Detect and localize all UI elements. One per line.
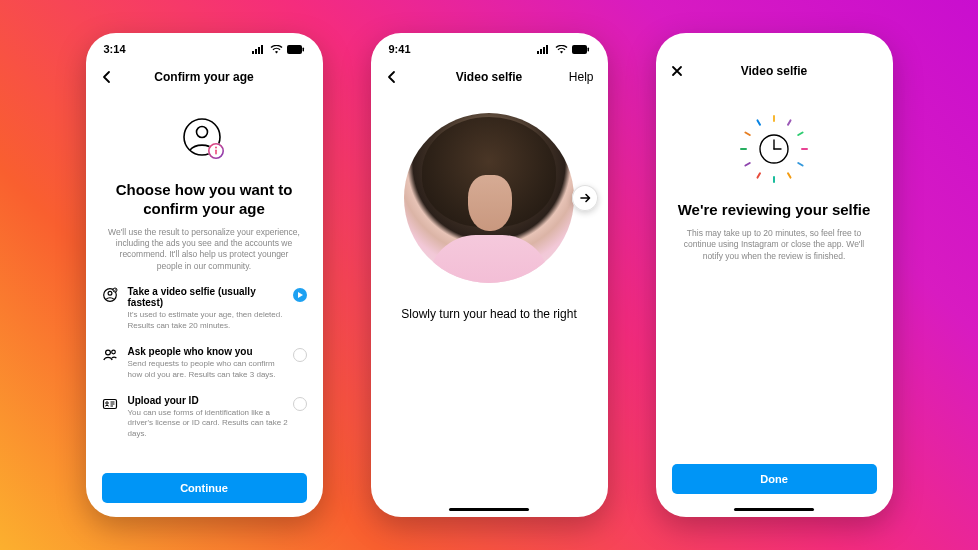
svg-rect-24 (543, 47, 545, 54)
option-desc: Send requests to people who can confirm … (128, 359, 289, 381)
status-bar: 3:14 (86, 33, 323, 59)
option-ask-people[interactable]: Ask people who know you Send requests to… (102, 346, 307, 381)
home-indicator[interactable] (734, 508, 814, 512)
page-heading: We're reviewing your selfie (672, 201, 877, 220)
svg-rect-27 (587, 47, 589, 51)
status-icons (252, 45, 305, 54)
svg-point-13 (108, 292, 112, 296)
signal-icon (537, 45, 551, 54)
close-icon (670, 64, 684, 78)
option-title: Upload your ID (128, 395, 289, 406)
radio-selected[interactable] (293, 288, 307, 302)
nav-title: Confirm your age (154, 70, 253, 84)
nav-bar: Video selfie (656, 53, 893, 89)
selfie-preview (387, 105, 592, 303)
status-icons (537, 45, 590, 54)
phone-confirm-age: 3:14 Confirm your age Choose how you (86, 33, 323, 517)
battery-icon (572, 45, 590, 54)
help-link[interactable]: Help (569, 70, 594, 84)
svg-rect-5 (302, 47, 304, 51)
content-area: We're reviewing your selfie This may tak… (656, 89, 893, 508)
svg-rect-25 (546, 45, 548, 54)
id-card-icon (102, 396, 118, 416)
continue-button[interactable]: Continue (102, 473, 307, 503)
content-area: Choose how you want to confirm your age … (86, 95, 323, 517)
svg-rect-0 (252, 51, 254, 54)
phone-reviewing-selfie: Video selfie We're reviewing your selfie… (656, 33, 893, 517)
page-subtext: This may take up to 20 minutes, so feel … (672, 228, 877, 262)
nav-title: Video selfie (456, 70, 522, 84)
wifi-icon (270, 45, 283, 54)
people-icon (102, 347, 118, 367)
svg-point-7 (197, 127, 208, 138)
signal-icon (252, 45, 266, 54)
svg-rect-23 (540, 49, 542, 54)
clock-loading-icon (738, 113, 810, 185)
option-video-selfie[interactable]: Take a video selfie (usually fastest) It… (102, 286, 307, 332)
turn-right-indicator (572, 185, 598, 211)
svg-point-18 (105, 401, 107, 403)
option-upload-id[interactable]: Upload your ID You can use forms of iden… (102, 395, 307, 440)
back-button[interactable] (100, 70, 114, 84)
page-subtext: We'll use the result to personalize your… (102, 227, 307, 273)
hero-icon (102, 115, 307, 167)
chevron-left-icon (385, 70, 399, 84)
radio-unselected[interactable] (293, 348, 307, 362)
option-title: Ask people who know you (128, 346, 289, 357)
svg-rect-4 (287, 45, 302, 54)
video-selfie-icon (102, 287, 118, 307)
instruction-text: Slowly turn your head to the right (387, 307, 592, 321)
person-info-icon (178, 115, 230, 167)
svg-point-10 (215, 147, 217, 149)
svg-point-15 (105, 350, 110, 355)
done-button[interactable]: Done (672, 464, 877, 494)
wifi-icon (555, 45, 568, 54)
close-button[interactable] (670, 64, 684, 78)
svg-rect-11 (215, 150, 217, 155)
status-time: 3:14 (104, 43, 126, 55)
status-time: 9:41 (389, 43, 411, 55)
selfie-camera-circle (404, 113, 574, 283)
svg-rect-2 (258, 47, 260, 54)
content-area: Slowly turn your head to the right (371, 95, 608, 508)
battery-icon (287, 45, 305, 54)
radio-unselected[interactable] (293, 397, 307, 411)
option-title: Take a video selfie (usually fastest) (128, 286, 289, 308)
status-bar: 9:41 (371, 33, 608, 59)
home-indicator[interactable] (449, 508, 529, 512)
svg-point-16 (111, 350, 115, 354)
phone-video-selfie-capture: 9:41 Video selfie Help Slowly turn your … (371, 33, 608, 517)
svg-rect-3 (261, 45, 263, 54)
nav-bar: Confirm your age (86, 59, 323, 95)
chevron-left-icon (100, 70, 114, 84)
status-bar (656, 33, 893, 53)
nav-title: Video selfie (741, 64, 807, 78)
svg-rect-17 (103, 399, 116, 408)
option-desc: It's used to estimate your age, then del… (128, 310, 289, 332)
svg-rect-22 (537, 51, 539, 54)
arrow-right-icon (578, 191, 592, 205)
page-heading: Choose how you want to confirm your age (102, 181, 307, 219)
back-button[interactable] (385, 70, 399, 84)
nav-bar: Video selfie Help (371, 59, 608, 95)
svg-rect-26 (572, 45, 587, 54)
option-desc: You can use forms of identification like… (128, 408, 289, 440)
svg-rect-1 (255, 49, 257, 54)
